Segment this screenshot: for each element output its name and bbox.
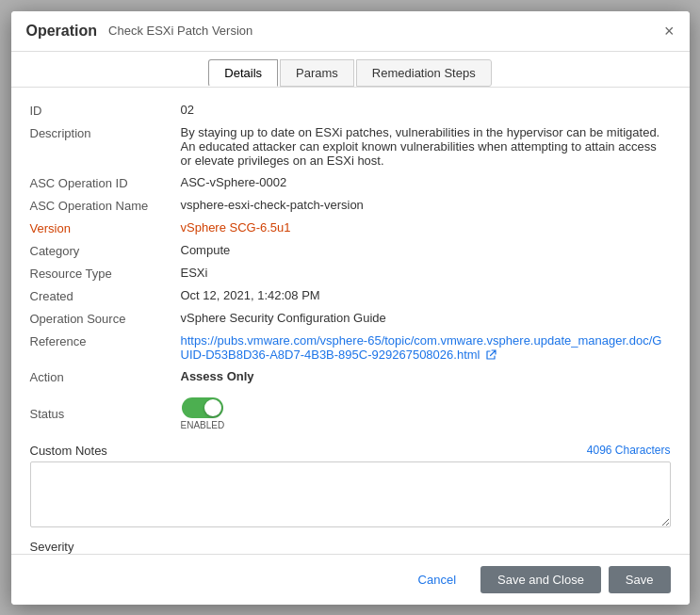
severity-label: Severity (30, 540, 671, 554)
save-and-close-button[interactable]: Save and Close (480, 566, 601, 593)
field-value-asc-name: vsphere-esxi-check-patch-version (181, 198, 671, 213)
field-label-version: Version (30, 220, 181, 235)
reference-link[interactable]: https://pubs.vmware.com/vsphere-65/topic… (181, 333, 662, 362)
modal-title: Operation (26, 23, 98, 40)
field-label-asc-id: ASC Operation ID (30, 175, 181, 190)
field-row-category: Category Compute (30, 239, 671, 262)
field-label-id: ID (30, 103, 181, 118)
status-toggle-wrap: ENABLED (181, 397, 225, 430)
close-button[interactable]: × (664, 23, 675, 40)
field-row-asc-name: ASC Operation Name vsphere-esxi-check-pa… (30, 194, 671, 217)
modal-footer: Cancel Save and Close Save (11, 554, 690, 605)
status-section: Status ENABLED (30, 388, 671, 436)
tab-remediation[interactable]: Remediation Steps (356, 59, 492, 87)
field-label-resource-type: Resource Type (30, 266, 181, 281)
field-row-resource-type: Resource Type ESXi (30, 262, 671, 284)
field-value-asc-id: ASC-vSphere-0002 (181, 175, 671, 190)
field-row-reference: Reference https://pubs.vmware.com/vspher… (30, 330, 671, 365)
field-label-created: Created (30, 288, 181, 303)
custom-notes-label: Custom Notes (30, 444, 107, 458)
status-toggle[interactable] (182, 397, 223, 418)
field-value-description: By staying up to date on ESXi patches, v… (181, 125, 671, 168)
char-count-label: 4096 Characters (587, 444, 671, 457)
field-row-version: Version vSphere SCG-6.5u1 (30, 217, 671, 239)
field-value-version: vSphere SCG-6.5u1 (181, 220, 671, 235)
field-value-category: Compute (181, 243, 671, 258)
field-row-id: ID 02 (30, 99, 671, 121)
tabs-bar: Details Params Remediation Steps (11, 52, 690, 88)
field-label-asc-name: ASC Operation Name (30, 198, 181, 213)
severity-section: Severity High Medium Low Info (30, 540, 671, 554)
field-label-reference: Reference (30, 333, 181, 362)
modal-subtitle: Check ESXi Patch Version (108, 24, 252, 38)
field-label-category: Category (30, 243, 181, 258)
tab-params[interactable]: Params (280, 59, 354, 87)
field-value-reference[interactable]: https://pubs.vmware.com/vsphere-65/topic… (181, 333, 671, 362)
modal-body: ID 02 Description By staying up to date … (11, 88, 690, 554)
field-row-description: Description By staying up to date on ESX… (30, 121, 671, 171)
field-value-created: Oct 12, 2021, 1:42:08 PM (181, 288, 671, 303)
field-value-operation-source: vSphere Security Configuration Guide (181, 311, 671, 326)
field-label-description: Description (30, 125, 181, 168)
cancel-button[interactable]: Cancel (401, 566, 473, 593)
field-row-asc-id: ASC Operation ID ASC-vSphere-0002 (30, 171, 671, 194)
modal-header: Operation Check ESXi Patch Version × (11, 11, 690, 52)
field-value-action: Assess Only (181, 369, 671, 384)
field-row-created: Created Oct 12, 2021, 1:42:08 PM (30, 284, 671, 307)
status-label: Status (30, 407, 181, 421)
custom-notes-textarea[interactable] (30, 461, 671, 527)
custom-notes-header: Custom Notes 4096 Characters (30, 444, 671, 458)
field-row-action: Action Assess Only (30, 365, 671, 388)
field-value-resource-type: ESXi (181, 266, 671, 281)
field-value-id: 02 (181, 103, 671, 118)
field-row-operation-source: Operation Source vSphere Security Config… (30, 307, 671, 330)
modal-overlay: Operation Check ESXi Patch Version × Det… (0, 0, 700, 615)
tab-details[interactable]: Details (208, 59, 278, 87)
field-label-operation-source: Operation Source (30, 311, 181, 326)
operation-modal: Operation Check ESXi Patch Version × Det… (11, 11, 690, 605)
external-link-icon (485, 349, 497, 361)
toggle-knob (204, 399, 221, 416)
save-button[interactable]: Save (609, 566, 671, 593)
toggle-enabled-label: ENABLED (181, 420, 225, 430)
field-label-action: Action (30, 369, 181, 384)
